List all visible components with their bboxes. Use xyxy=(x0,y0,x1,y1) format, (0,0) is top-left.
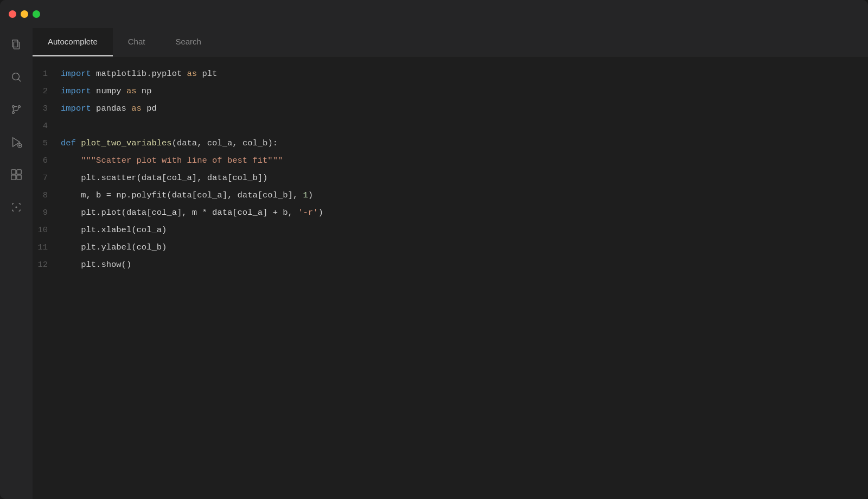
tab-autocomplete[interactable]: Autocomplete xyxy=(33,28,113,56)
svg-rect-11 xyxy=(11,170,16,174)
app-window: Autocomplete Chat Search 1 import matplo… xyxy=(0,0,868,499)
sidebar-icon-git[interactable] xyxy=(7,100,26,119)
git-icon xyxy=(10,104,22,116)
line-number-4: 4 xyxy=(33,117,61,135)
line-content-11: plt.ylabel(col_b) xyxy=(61,239,167,256)
sidebar-icon-files[interactable] xyxy=(7,35,26,54)
code-line-4: 4 xyxy=(33,117,868,135)
sidebar xyxy=(0,28,33,499)
code-line-7: 7 plt.scatter(data[col_a], data[col_b]) xyxy=(33,169,868,187)
sidebar-icon-json[interactable] xyxy=(7,197,26,217)
sidebar-icon-run[interactable] xyxy=(7,132,26,152)
code-line-2: 2 import numpy as np xyxy=(33,82,868,100)
line-content-7: plt.scatter(data[col_a], data[col_b]) xyxy=(61,169,267,187)
sidebar-icon-search[interactable] xyxy=(7,67,26,87)
svg-rect-1 xyxy=(14,42,19,49)
maximize-button[interactable] xyxy=(33,10,40,18)
line-content-12: plt.show() xyxy=(61,256,131,273)
tab-search-label: Search xyxy=(175,37,201,46)
code-line-5: 5 def plot_two_variables(data, col_a, co… xyxy=(33,135,868,152)
tab-search[interactable]: Search xyxy=(160,28,216,56)
tab-chat[interactable]: Chat xyxy=(113,28,161,56)
minimize-button[interactable] xyxy=(21,10,28,18)
line-number-1: 1 xyxy=(33,65,61,82)
code-line-10: 10 plt.xlabel(col_a) xyxy=(33,221,868,239)
line-number-2: 2 xyxy=(33,82,61,100)
svg-point-15 xyxy=(16,207,17,208)
tab-chat-label: Chat xyxy=(128,37,145,46)
code-line-6: 6 """Scatter plot with line of best fit"… xyxy=(33,152,868,169)
line-content-6: """Scatter plot with line of best fit""" xyxy=(61,152,283,169)
svg-rect-14 xyxy=(17,175,21,180)
svg-rect-0 xyxy=(12,40,18,47)
code-line-9: 9 plt.plot(data[col_a], m * data[col_a] … xyxy=(33,204,868,221)
line-content-2: import numpy as np xyxy=(61,82,151,100)
line-number-8: 8 xyxy=(33,187,61,204)
svg-rect-12 xyxy=(17,170,21,174)
svg-point-5 xyxy=(18,106,21,108)
line-number-3: 3 xyxy=(33,100,61,117)
line-content-1: import matplotlib.pyplot as plt xyxy=(61,65,217,82)
main-container: Autocomplete Chat Search 1 import matplo… xyxy=(0,28,868,499)
tabs-bar: Autocomplete Chat Search xyxy=(33,28,868,56)
line-number-6: 6 xyxy=(33,152,61,169)
run-icon xyxy=(10,136,22,148)
tab-autocomplete-label: Autocomplete xyxy=(48,37,98,46)
content-area: Autocomplete Chat Search 1 import matplo… xyxy=(33,28,868,499)
svg-point-4 xyxy=(12,106,15,108)
line-content-5: def plot_two_variables(data, col_a, col_… xyxy=(61,135,278,152)
sidebar-icon-extensions[interactable] xyxy=(7,165,26,184)
line-content-4 xyxy=(61,117,66,135)
line-content-8: m, b = np.polyfit(data[col_a], data[col_… xyxy=(61,187,313,204)
svg-line-3 xyxy=(18,79,21,81)
svg-point-2 xyxy=(12,73,20,80)
json-icon xyxy=(10,201,22,213)
code-line-3: 3 import pandas as pd xyxy=(33,100,868,117)
line-content-10: plt.xlabel(col_a) xyxy=(61,221,167,239)
code-line-1: 1 import matplotlib.pyplot as plt xyxy=(33,65,868,82)
code-line-12: 12 plt.show() xyxy=(33,256,868,273)
line-number-11: 11 xyxy=(33,239,61,256)
svg-point-6 xyxy=(12,112,15,114)
line-content-3: import pandas as pd xyxy=(61,100,157,117)
line-number-10: 10 xyxy=(33,221,61,239)
code-line-11: 11 plt.ylabel(col_b) xyxy=(33,239,868,256)
svg-rect-13 xyxy=(11,175,16,180)
extensions-icon xyxy=(10,169,22,181)
line-number-5: 5 xyxy=(33,135,61,152)
search-icon xyxy=(10,71,22,83)
line-content-9: plt.plot(data[col_a], m * data[col_a] + … xyxy=(61,204,323,221)
line-number-12: 12 xyxy=(33,256,61,273)
svg-marker-7 xyxy=(13,138,20,147)
editor-area[interactable]: 1 import matplotlib.pyplot as plt 2 impo… xyxy=(33,56,868,499)
traffic-lights xyxy=(9,10,40,18)
line-number-7: 7 xyxy=(33,169,61,187)
files-icon xyxy=(10,39,22,50)
close-button[interactable] xyxy=(9,10,16,18)
line-number-9: 9 xyxy=(33,204,61,221)
titlebar xyxy=(0,0,868,28)
code-line-8: 8 m, b = np.polyfit(data[col_a], data[co… xyxy=(33,187,868,204)
